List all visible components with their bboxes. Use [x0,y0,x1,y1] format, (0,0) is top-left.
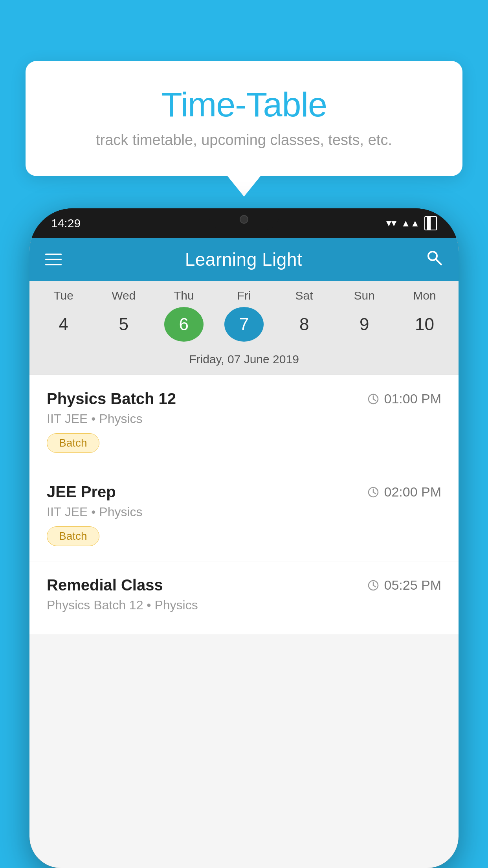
schedule-item-3-meta: Physics Batch 12 • Physics [47,598,441,612]
schedule-item-1-badge: Batch [47,433,99,453]
day-mon[interactable]: Mon [405,289,444,302]
schedule-item-3-header: Remedial Class 05:25 PM [47,576,441,594]
day-sat[interactable]: Sat [284,289,324,302]
signal-icon: ▲▲ [401,218,420,229]
date-8[interactable]: 8 [284,307,324,342]
day-sun[interactable]: Sun [345,289,384,302]
schedule-item-3-title: Remedial Class [47,576,163,594]
svg-line-1 [436,259,441,265]
schedule-item-2-badge: Batch [47,526,99,546]
menu-button[interactable] [45,254,62,265]
day-names-row: Tue Wed Thu Fri Sat Sun Mon [29,289,459,307]
date-6-today[interactable]: 6 [164,307,204,342]
date-10[interactable]: 10 [405,307,444,342]
battery-icon: ▌ [424,216,437,230]
status-time: 14:29 [51,217,81,230]
camera [240,215,248,224]
schedule-item-1[interactable]: Physics Batch 12 01:00 PM IIT JEE • Phys… [29,375,459,468]
day-fri[interactable]: Fri [224,289,264,302]
day-numbers-row: 4 5 6 7 8 9 10 [29,307,459,349]
app-bar: Learning Light [29,238,459,281]
schedule-item-2-meta: IIT JEE • Physics [47,505,441,519]
date-7-selected[interactable]: 7 [224,307,264,342]
schedule-item-2-header: JEE Prep 02:00 PM [47,483,441,501]
search-button[interactable] [426,249,443,270]
schedule-item-2-title: JEE Prep [47,483,116,501]
app-title: Learning Light [185,249,303,270]
tooltip-card: Time-Table track timetable, upcoming cla… [26,61,462,176]
wifi-icon: ▾▾ [386,217,396,229]
schedule-item-1-header: Physics Batch 12 01:00 PM [47,390,441,408]
schedule-item-1-title: Physics Batch 12 [47,390,176,408]
schedule-item-2[interactable]: JEE Prep 02:00 PM IIT JEE • Physics Batc… [29,468,459,561]
notch [209,208,279,230]
clock-icon-2 [367,486,379,498]
clock-icon-1 [367,393,379,405]
svg-line-4 [373,399,376,401]
svg-line-7 [373,492,376,494]
day-wed[interactable]: Wed [104,289,143,302]
schedule-item-1-meta: IIT JEE • Physics [47,412,441,426]
date-5[interactable]: 5 [104,307,143,342]
status-icons: ▾▾ ▲▲ ▌ [386,216,437,230]
schedule-item-3[interactable]: Remedial Class 05:25 PM Physics Batch 12… [29,561,459,635]
phone-frame: 14:29 ▾▾ ▲▲ ▌ Learning Light [29,208,459,868]
selected-date-label: Friday, 07 June 2019 [29,349,459,375]
schedule-item-3-time: 05:25 PM [367,577,441,593]
schedule-list: Physics Batch 12 01:00 PM IIT JEE • Phys… [29,375,459,635]
svg-line-10 [373,585,376,587]
day-thu[interactable]: Thu [164,289,204,302]
schedule-item-1-time: 01:00 PM [367,391,441,406]
schedule-item-2-time: 02:00 PM [367,484,441,500]
day-tue[interactable]: Tue [44,289,83,302]
date-9[interactable]: 9 [345,307,384,342]
tooltip-title: Time-Table [57,85,431,125]
date-4[interactable]: 4 [44,307,83,342]
phone-screen: Learning Light Tue Wed Thu Fri Sat Sun M… [29,238,459,868]
status-bar: 14:29 ▾▾ ▲▲ ▌ [29,208,459,238]
calendar-header: Tue Wed Thu Fri Sat Sun Mon 4 5 6 7 8 9 … [29,281,459,375]
tooltip-subtitle: track timetable, upcoming classes, tests… [57,132,431,149]
clock-icon-3 [367,579,379,591]
